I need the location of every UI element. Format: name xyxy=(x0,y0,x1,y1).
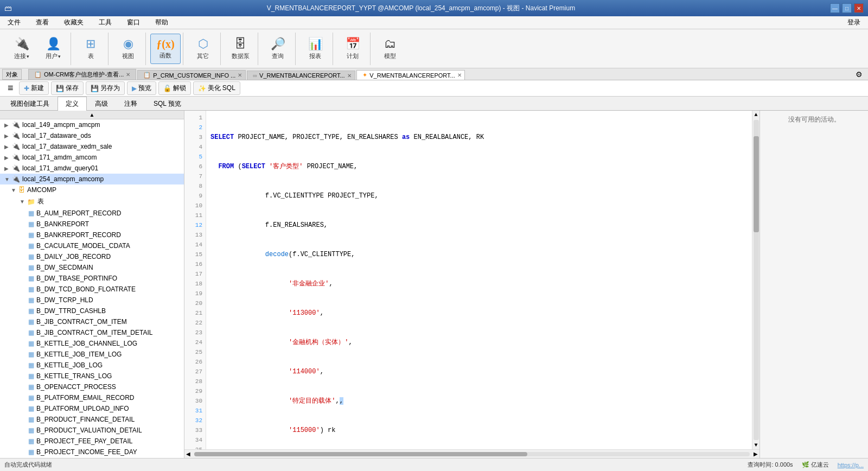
table-b-kettle-job-log[interactable]: ▦ B_KETTLE_JOB_LOG xyxy=(0,360,184,371)
tree-item-local254[interactable]: ▼ 🔌 local_254_amcpm_amcomp xyxy=(0,174,184,184)
line-num-31: 31 xyxy=(184,406,206,416)
unlock-button[interactable]: 🔓 解锁 xyxy=(158,81,191,95)
table-b-dw-tcd-bond[interactable]: ▦ B_DW_TCD_BOND_FLOATRATE xyxy=(0,284,184,295)
sidebar-scroll-up[interactable]: ▲ xyxy=(0,111,184,119)
subtab-advanced[interactable]: 高级 xyxy=(87,97,116,111)
maximize-button[interactable]: □ xyxy=(842,3,852,13)
tab-settings-icon[interactable]: ⚙ xyxy=(852,69,866,80)
toolbar-user-button[interactable]: 👤 用户▾ xyxy=(38,34,68,64)
preview-button[interactable]: ▶ 预览 xyxy=(127,81,156,95)
tab-p-crm[interactable]: 📋 P_CRM_CUSTOMER_INFO ... ✕ xyxy=(137,70,246,80)
toolbar-schedule-button[interactable]: 📅 计划 xyxy=(337,34,368,64)
login-button[interactable]: 登录 xyxy=(844,17,864,28)
scroll-right-btn[interactable]: ▶ xyxy=(752,451,760,457)
scroll-track-v[interactable] xyxy=(754,120,759,440)
save-button[interactable]: 💾 保存 xyxy=(51,81,84,95)
table-b-project-income-fee-day-temp[interactable]: ▦ B_PROJECT_INCOME_FEE_DAY_TEMP xyxy=(0,457,184,458)
new-button[interactable]: ✚ 新建 xyxy=(19,81,49,95)
line-num-30: 30 xyxy=(184,396,206,406)
tab-v-rment-1-label: V_RMENTBALANCEREPORT... xyxy=(259,72,345,79)
no-activity-text: 没有可用的活动。 xyxy=(788,115,840,124)
toolbar-table-button[interactable]: ⊞ 表 xyxy=(75,34,106,64)
tab-v-rment-2[interactable]: ✦ V_RMENTBALANCEREPORT... ✕ xyxy=(356,70,465,80)
action-bar: ≡ ✚ 新建 💾 保存 💾 另存为 ▶ 预览 🔓 解锁 ✨ 美化 SQL xyxy=(0,80,868,97)
save-as-button[interactable]: 💾 另存为 xyxy=(86,81,125,95)
table-b-project-fee-pay-detail[interactable]: ▦ B_PROJECT_FEE_PAY_DETAIL xyxy=(0,436,184,447)
table-b-openacct-process[interactable]: ▦ B_OPENACCT_PROCESS xyxy=(0,381,184,392)
scroll-track-h[interactable] xyxy=(194,452,750,456)
tab-v-rment-1[interactable]: ∞ V_RMENTBALANCEREPORT... ✕ xyxy=(247,71,355,80)
table-b-kettle-job-item-log[interactable]: ▦ B_KETTLE_JOB_ITEM_LOG xyxy=(0,349,184,360)
save-as-icon: 💾 xyxy=(91,85,99,92)
scroll-thumb-v[interactable] xyxy=(754,136,759,232)
table-b-dw-secdmain[interactable]: ▦ B_DW_SECDMAIN xyxy=(0,262,184,273)
toolbar-view-button[interactable]: ◉ 视图 xyxy=(113,34,143,64)
table-b-kettle-job-channel-log[interactable]: ▦ B_KETTLE_JOB_CHANNEL_LOG xyxy=(0,338,184,349)
line-num-10: 10 xyxy=(184,201,206,211)
table-b-caculate-model[interactable]: ▦ B_CACULATE_MODEL_CDATA xyxy=(0,240,184,251)
menu-view[interactable]: 查看 xyxy=(33,17,52,28)
scroll-up-btn[interactable]: ▲ xyxy=(753,111,758,119)
conn-icon: 🔌 xyxy=(12,143,20,150)
table-b-project-income-fee-day[interactable]: ▦ B_PROJECT_INCOME_FEE_DAY xyxy=(0,447,184,457)
tree-item-local171-amcom[interactable]: ▶ 🔌 local_171_amdm_amcom xyxy=(0,152,184,163)
toolbar-other-button[interactable]: ⬡ 其它 xyxy=(188,34,218,64)
scroll-down-btn[interactable]: ▼ xyxy=(753,441,758,449)
new-icon: ✚ xyxy=(24,85,29,92)
beautify-button[interactable]: ✨ 美化 SQL xyxy=(193,81,240,95)
table-b-platform-email-record[interactable]: ▦ B_PLATFORM_EMAIL_RECORD xyxy=(0,392,184,403)
tree-item-local149[interactable]: ▶ 🔌 local_149_amcpm_amcpm xyxy=(0,119,184,130)
toolbar-datapump-button[interactable]: 🗄 数据泵 xyxy=(225,34,256,64)
table-b-dw-tbase-portinfo[interactable]: ▦ B_DW_TBASE_PORTINFO xyxy=(0,273,184,284)
table-b-daily-job-record[interactable]: ▦ B_DAILY_JOB_RECORD xyxy=(0,251,184,262)
menu-window[interactable]: 窗口 xyxy=(124,17,143,28)
subtab-comment[interactable]: 注释 xyxy=(116,97,145,111)
table-b-product-finance-detail[interactable]: ▦ B_PRODUCT_FINANCE_DETAIL xyxy=(0,414,184,425)
tab-p-crm-close[interactable]: ✕ xyxy=(238,72,242,78)
menu-help[interactable]: 帮助 xyxy=(152,17,171,28)
table-b-jib-contract-om-item[interactable]: ▦ B_JIB_CONTRACT_OM_ITEM xyxy=(0,316,184,327)
expand-icon: ▶ xyxy=(4,144,10,150)
vertical-scrollbar[interactable]: ▲ ▼ xyxy=(752,111,760,449)
horizontal-scrollbar[interactable]: ◀ ▶ xyxy=(184,449,760,458)
minimize-button[interactable]: — xyxy=(830,3,840,13)
menu-file[interactable]: 文件 xyxy=(4,17,24,28)
scroll-thumb-h[interactable] xyxy=(194,452,527,456)
subtab-view-creator[interactable]: 视图创建工具 xyxy=(2,97,58,111)
table-b-jib-contract-om-item-detail[interactable]: ▦ B_JIB_CONTRACT_OM_ITEM_DETAIL xyxy=(0,327,184,338)
tab-v-rment-2-close[interactable]: ✕ xyxy=(457,72,462,78)
close-button[interactable]: ✕ xyxy=(854,3,864,13)
tree-item-amcomp[interactable]: ▼ 🗄 AMCOMP xyxy=(0,184,184,195)
tab-om-crm-close[interactable]: ✕ xyxy=(126,72,130,78)
scroll-left-btn[interactable]: ◀ xyxy=(184,451,192,457)
table-b-dw-ttrd-cashlb[interactable]: ▦ B_DW_TTRD_CASHLB xyxy=(0,305,184,316)
tree-item-tables-folder[interactable]: ▼ 📁 表 xyxy=(0,195,184,208)
table-b-bankreport-record[interactable]: ▦ B_BANKREPORT_RECORD xyxy=(0,230,184,240)
tab-v-rment-1-close[interactable]: ✕ xyxy=(347,73,352,79)
toolbar-function-button[interactable]: ƒ(x) 函数 xyxy=(150,34,181,64)
status-right: 查询时间: 0.000s 🌿 亿速云 https://p... xyxy=(748,461,864,469)
menu-tools[interactable]: 工具 xyxy=(95,17,115,28)
table-icon: ▦ xyxy=(28,209,34,217)
object-tab[interactable]: 对象 xyxy=(2,69,22,80)
code-editor[interactable]: 1 2 3 4 5 6 7 8 9 10 11 12 13 14 15 16 1… xyxy=(184,111,760,449)
table-b-bankreport[interactable]: ▦ B_BANKREPORT xyxy=(0,219,184,230)
table-b-product-valuation-detail[interactable]: ▦ B_PRODUCT_VALUATION_DETAIL xyxy=(0,425,184,436)
table-b-dw-tcrp-hld[interactable]: ▦ B_DW_TCRP_HLD xyxy=(0,295,184,305)
tree-item-local171-query[interactable]: ▶ 🔌 local_171_amdw_query01 xyxy=(0,163,184,174)
tree-item-local17-ods[interactable]: ▶ 🔌 local_17_dataware_ods xyxy=(0,130,184,141)
tree-item-local17-xedm[interactable]: ▶ 🔌 local_17_dataware_xedm_sale xyxy=(0,141,184,152)
tab-om-crm[interactable]: 📋 OM-CRM客户信息维护-查看... ✕ xyxy=(28,69,136,80)
code-content[interactable]: SELECT PROJECT_NAME, PROJECT_TYPE, EN_RE… xyxy=(206,111,752,449)
table-b-aum-report-record[interactable]: ▦ B_AUM_REPORT_RECORD xyxy=(0,208,184,219)
toolbar-model-button[interactable]: 🗂 模型 xyxy=(375,34,405,64)
toolbar-query-button[interactable]: 🔎 查询 xyxy=(263,34,293,64)
subtab-sql-preview[interactable]: SQL 预览 xyxy=(145,97,189,111)
table-b-kettle-trans-log[interactable]: ▦ B_KETTLE_TRANS_LOG xyxy=(0,371,184,381)
toolbar-connect-button[interactable]: 🔌 连接▾ xyxy=(7,34,37,64)
subtab-definition[interactable]: 定义 xyxy=(58,97,87,111)
table-b-platform-upload-info[interactable]: ▦ B_PLATFORM_UPLOAD_INFO xyxy=(0,403,184,414)
hamburger-menu[interactable]: ≡ xyxy=(4,81,17,95)
toolbar-report-button[interactable]: 📊 报表 xyxy=(300,34,330,64)
menu-favorites[interactable]: 收藏夹 xyxy=(61,17,87,28)
